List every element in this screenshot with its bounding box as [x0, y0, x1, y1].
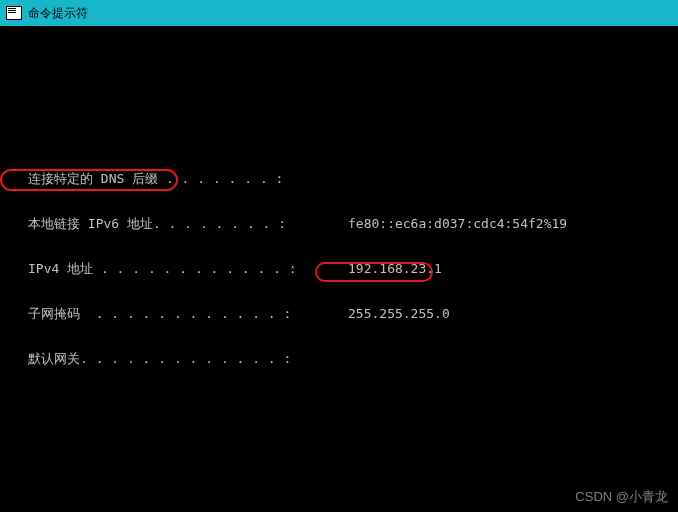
row-dns-suffix: 连接特定的 DNS 后缀 . . . . . . . :	[4, 171, 674, 186]
row-gateway: 默认网关. . . . . . . . . . . . . :	[4, 351, 674, 366]
row-subnet: 子网掩码 . . . . . . . . . . . . : 255.255.2…	[4, 306, 674, 321]
watermark-text: CSDN @小青龙	[575, 488, 668, 506]
cmd-icon	[6, 6, 22, 20]
row-linklocal-ipv6: 本地链接 IPv6 地址. . . . . . . . : fe80::ec6a…	[4, 216, 674, 231]
row-ipv4: IPv4 地址 . . . . . . . . . . . . : 192.16…	[4, 261, 674, 276]
adapter-block-0: 连接特定的 DNS 后缀 . . . . . . . : 本地链接 IPv6 地…	[4, 141, 674, 396]
window-title: 命令提示符	[28, 5, 88, 22]
titlebar: 命令提示符	[0, 0, 678, 26]
console-output[interactable]: 连接特定的 DNS 后缀 . . . . . . . : 本地链接 IPv6 地…	[0, 26, 678, 512]
